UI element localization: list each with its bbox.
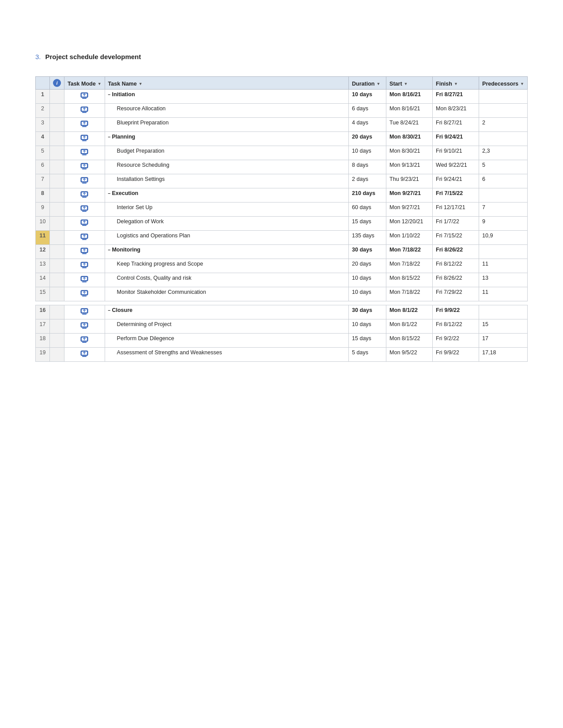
spacer-row [36, 301, 528, 305]
predecessors-cell: 6 [479, 174, 528, 188]
predecessors-cell [479, 245, 528, 259]
task-name-cell: Determining of Project [105, 319, 348, 334]
collapse-icon[interactable]: − [108, 308, 111, 313]
finish-cell: Fri 8/26/22 [433, 273, 479, 287]
collapse-icon[interactable]: − [108, 92, 111, 97]
child-task-name: Delegation of Work [108, 218, 164, 225]
info-icon: i [53, 79, 61, 87]
svg-rect-7 [82, 126, 87, 127]
col-header-finish[interactable]: Finish ▼ [433, 77, 479, 90]
svg-rect-34 [82, 253, 87, 254]
task-name-cell: Assessment of Strengths and Weaknesses [105, 348, 348, 362]
finish-cell: Fri 7/15/22 [433, 188, 479, 203]
svg-rect-31 [82, 239, 87, 240]
row-number: 10 [36, 217, 50, 231]
duration-cell: 2 days [349, 174, 386, 188]
row-number: 17 [36, 319, 50, 334]
start-cell: Mon 8/15/22 [386, 273, 433, 287]
finish-cell: Fri 9/10/21 [433, 146, 479, 160]
finish-cell: Fri 8/26/22 [433, 245, 479, 259]
predecessors-cell: 2,3 [479, 146, 528, 160]
predecessors-cell: 2 [479, 118, 528, 132]
row-number: 12 [36, 245, 50, 259]
col-header-start[interactable]: Start ▼ [386, 77, 433, 90]
predecessors-cell [479, 305, 528, 319]
row-number: 15 [36, 287, 50, 301]
row-info-cell [50, 231, 64, 245]
predecessors-cell: 13 [479, 273, 528, 287]
child-task-name: Keep Tracking progress and Scope [108, 261, 203, 267]
task-name-cell: Keep Tracking progress and Scope [105, 259, 348, 273]
col-header-predecessors[interactable]: Predecessors ▼ [479, 77, 528, 90]
col-header-duration[interactable]: Duration ▼ [349, 77, 386, 90]
start-cell: Mon 12/20/21 [386, 217, 433, 231]
start-cell: Mon 9/27/21 [386, 203, 433, 217]
task-mode-cell [64, 259, 105, 273]
section-header: 3. Project schedule development [35, 53, 528, 60]
start-cell: Mon 8/16/21 [386, 104, 433, 118]
sort-arrow-predecessors: ▼ [520, 82, 524, 86]
sort-arrow-task-mode: ▼ [98, 82, 102, 86]
child-task-name: Resource Scheduling [108, 162, 170, 168]
collapse-icon[interactable]: − [108, 135, 111, 139]
finish-cell: Fri 8/27/21 [433, 118, 479, 132]
task-mode-cell [64, 273, 105, 287]
task-name-cell: Interior Set Up [105, 203, 348, 217]
svg-rect-43 [82, 296, 87, 296]
predecessors-cell [479, 132, 528, 146]
predecessors-cell: 17 [479, 334, 528, 348]
duration-cell: 10 days [349, 146, 386, 160]
svg-rect-13 [82, 154, 87, 155]
row-info-cell [50, 348, 64, 362]
row-info-cell [50, 203, 64, 217]
start-cell: Mon 7/18/22 [386, 259, 433, 273]
row-info-cell [50, 217, 64, 231]
gantt-table: i Task Mode ▼ Task Name ▼ Duration ▼ Sta… [35, 76, 528, 362]
predecessors-cell: 17,18 [479, 348, 528, 362]
sort-arrow-finish: ▼ [454, 82, 458, 86]
row-info-cell [50, 174, 64, 188]
duration-cell: 210 days [349, 188, 386, 203]
task-mode-cell [64, 174, 105, 188]
start-cell: Mon 8/1/22 [386, 305, 433, 319]
col-header-task-name[interactable]: Task Name ▼ [105, 77, 348, 90]
duration-cell: 5 days [349, 348, 386, 362]
task-name-cell: −Closure [105, 305, 348, 319]
duration-cell: 4 days [349, 118, 386, 132]
duration-cell: 20 days [349, 259, 386, 273]
task-mode-cell [64, 146, 105, 160]
row-info-cell [50, 245, 64, 259]
child-task-name: Logistics and Operations Plan [108, 233, 190, 239]
row-info-cell [50, 273, 64, 287]
sort-arrow-start: ▼ [404, 82, 408, 86]
duration-cell: 60 days [349, 203, 386, 217]
row-info-cell [50, 146, 64, 160]
row-number: 11 [36, 231, 50, 245]
row-number: 14 [36, 273, 50, 287]
start-cell: Mon 8/30/21 [386, 146, 433, 160]
row-info-cell [50, 104, 64, 118]
start-cell: Mon 8/16/21 [386, 90, 433, 104]
row-number: 18 [36, 334, 50, 348]
col-header-info: i [50, 77, 64, 90]
row-info-cell [50, 259, 64, 273]
duration-cell: 10 days [349, 287, 386, 301]
row-number: 3 [36, 118, 50, 132]
start-cell: Mon 7/18/22 [386, 245, 433, 259]
start-cell: Mon 7/18/22 [386, 287, 433, 301]
duration-cell: 10 days [349, 273, 386, 287]
collapse-icon[interactable]: − [108, 248, 111, 252]
col-header-task-mode[interactable]: Task Mode ▼ [64, 77, 105, 90]
finish-cell: Fri 9/9/22 [433, 305, 479, 319]
task-name-cell: Resource Allocation [105, 104, 348, 118]
task-name-cell: Logistics and Operations Plan [105, 231, 348, 245]
start-cell: Mon 8/1/22 [386, 319, 433, 334]
task-mode-cell [64, 334, 105, 348]
svg-rect-46 [82, 314, 87, 315]
finish-cell: Fri 8/27/21 [433, 90, 479, 104]
child-task-name: Interior Set Up [108, 204, 153, 210]
task-name-cell: Monitor Stakeholder Communication [105, 287, 348, 301]
collapse-icon[interactable]: − [108, 191, 111, 196]
start-cell: Mon 9/13/21 [386, 160, 433, 174]
start-cell: Mon 9/5/22 [386, 348, 433, 362]
